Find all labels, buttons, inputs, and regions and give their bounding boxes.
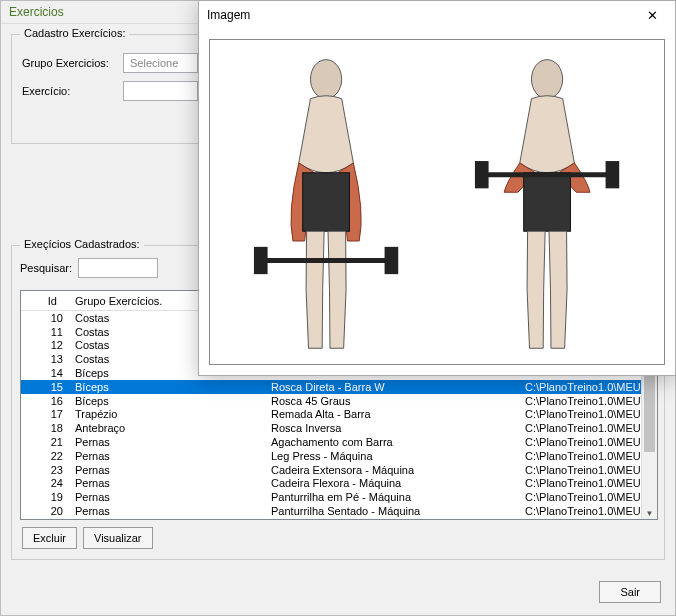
cell-id: 14 <box>21 367 69 379</box>
table-button-row: Excluir Visualizar <box>22 527 153 549</box>
cell-nome: Panturrilha em Pé - Máquina <box>265 491 519 503</box>
registered-legend: Exeçícios Cadastrados: <box>20 238 144 250</box>
cell-id: 20 <box>21 505 69 517</box>
cell-path: C:\PlanoTreino1.0\MEUS_DOCUME <box>519 505 657 517</box>
cell-path: C:\PlanoTreino1.0\MEUS_DOCUME <box>519 381 657 393</box>
cell-nome: Rosca Direta - Barra W <box>265 381 519 393</box>
cell-grupo: Bíceps <box>69 381 265 393</box>
cell-path: C:\PlanoTreino1.0\MEUS_DOCUME <box>519 422 657 434</box>
cell-grupo: Pernas <box>69 436 265 448</box>
search-label: Pesquisar: <box>20 262 72 274</box>
exercise-image <box>209 39 665 365</box>
cell-id: 24 <box>21 477 69 489</box>
cell-id: 12 <box>21 339 69 351</box>
grupo-select[interactable]: Selecione <box>123 53 198 73</box>
cell-id: 23 <box>21 464 69 476</box>
table-row[interactable]: 18AntebraçoRosca InversaC:\PlanoTreino1.… <box>21 421 657 435</box>
visualizar-button[interactable]: Visualizar <box>83 527 153 549</box>
table-row[interactable]: 24PernasCadeira Flexora - MáquinaC:\Plan… <box>21 477 657 491</box>
cell-nome: Esteira <box>265 519 519 520</box>
cell-nome: Cadeira Extensora - Máquina <box>265 464 519 476</box>
svg-rect-3 <box>254 247 268 274</box>
cell-id: 18 <box>21 422 69 434</box>
svg-rect-9 <box>606 161 620 188</box>
cell-path: C:\PlanoTreino1.0\MEUS_DOCUME <box>519 464 657 476</box>
exercicio-input[interactable] <box>123 81 198 101</box>
cell-id: 21 <box>21 436 69 448</box>
scroll-down-icon[interactable]: ▼ <box>642 505 657 520</box>
cell-id: 11 <box>21 326 69 338</box>
cell-path: C:\PlanoTreino1.0\MEUS_DOCUME <box>519 436 657 448</box>
dialog-body <box>199 29 675 375</box>
table-row[interactable]: 15BícepsRosca Direta - Barra WC:\PlanoTr… <box>21 380 657 394</box>
cell-path: C:\PlanoTreino1.0\MEUS_DOCUME <box>519 450 657 462</box>
cell-path: C:\PlanoTreino1.0\MEUS_DOCUME <box>519 491 657 503</box>
cell-path: C:\PlanoTreino1.0\MEUS_DOCUME <box>519 519 657 520</box>
cell-nome: Remada Alta - Barra <box>265 408 519 420</box>
cell-nome: Rosca Inversa <box>265 422 519 434</box>
cell-nome: Agachamento com Barra <box>265 436 519 448</box>
cell-nome: Panturrilha Sentado - Máquina <box>265 505 519 517</box>
cell-nome: Leg Press - Máquina <box>265 450 519 462</box>
cell-grupo: Pernas <box>69 505 265 517</box>
cell-id: 22 <box>21 450 69 462</box>
cell-nome: Rosca 45 Graus <box>265 395 519 407</box>
cell-id: 17 <box>21 408 69 420</box>
table-row[interactable]: 17TrapézioRemada Alta - BarraC:\PlanoTre… <box>21 408 657 422</box>
svg-rect-6 <box>524 173 571 232</box>
image-dialog: Imagem ✕ <box>198 0 676 376</box>
cell-grupo: Pernas <box>69 464 265 476</box>
cell-id: 10 <box>21 312 69 324</box>
cell-id: 16 <box>21 395 69 407</box>
table-row[interactable]: 21PernasAgachamento com BarraC:\PlanoTre… <box>21 435 657 449</box>
svg-rect-1 <box>303 173 350 232</box>
dialog-title: Imagem <box>207 8 250 22</box>
svg-point-0 <box>311 60 342 99</box>
cell-id: 13 <box>21 353 69 365</box>
figure-start-icon <box>220 46 432 358</box>
figure-end-icon <box>441 46 653 358</box>
header-id[interactable]: Id <box>21 293 69 309</box>
cadastro-legend: Cadastro Exercícios: <box>20 27 129 39</box>
cell-path: C:\PlanoTreino1.0\MEUS_DOCUME <box>519 408 657 420</box>
cell-grupo: Aeróbicos <box>69 519 265 520</box>
grupo-label: Grupo Exercicios: <box>22 57 117 69</box>
search-input[interactable] <box>78 258 158 278</box>
cell-grupo: Pernas <box>69 477 265 489</box>
cell-id: 19 <box>21 491 69 503</box>
sair-button[interactable]: Sair <box>599 581 661 603</box>
table-row[interactable]: 23PernasCadeira Extensora - MáquinaC:\Pl… <box>21 463 657 477</box>
cell-grupo: Bíceps <box>69 395 265 407</box>
cell-grupo: Pernas <box>69 450 265 462</box>
table-row[interactable]: 16BícepsRosca 45 GrausC:\PlanoTreino1.0\… <box>21 394 657 408</box>
exercicio-label: Exercício: <box>22 85 117 97</box>
cell-id: 15 <box>21 381 69 393</box>
table-row[interactable]: 19PernasPanturrilha em Pé - MáquinaC:\Pl… <box>21 490 657 504</box>
cell-path: C:\PlanoTreino1.0\MEUS_DOCUME <box>519 477 657 489</box>
table-row[interactable]: 22PernasLeg Press - MáquinaC:\PlanoTrein… <box>21 449 657 463</box>
cell-path: C:\PlanoTreino1.0\MEUS_DOCUME <box>519 395 657 407</box>
table-row[interactable]: 25AeróbicosEsteiraC:\PlanoTreino1.0\MEUS… <box>21 518 657 520</box>
svg-rect-4 <box>385 247 399 274</box>
svg-rect-8 <box>475 161 489 188</box>
table-row[interactable]: 20PernasPanturrilha Sentado - MáquinaC:\… <box>21 504 657 518</box>
cell-nome: Cadeira Flexora - Máquina <box>265 477 519 489</box>
cell-grupo: Antebraço <box>69 422 265 434</box>
excluir-button[interactable]: Excluir <box>22 527 77 549</box>
cell-id: 25 <box>21 519 69 520</box>
cell-grupo: Trapézio <box>69 408 265 420</box>
close-icon[interactable]: ✕ <box>637 8 667 23</box>
svg-point-5 <box>532 60 563 99</box>
cell-grupo: Pernas <box>69 491 265 503</box>
dialog-titlebar[interactable]: Imagem ✕ <box>199 1 675 29</box>
